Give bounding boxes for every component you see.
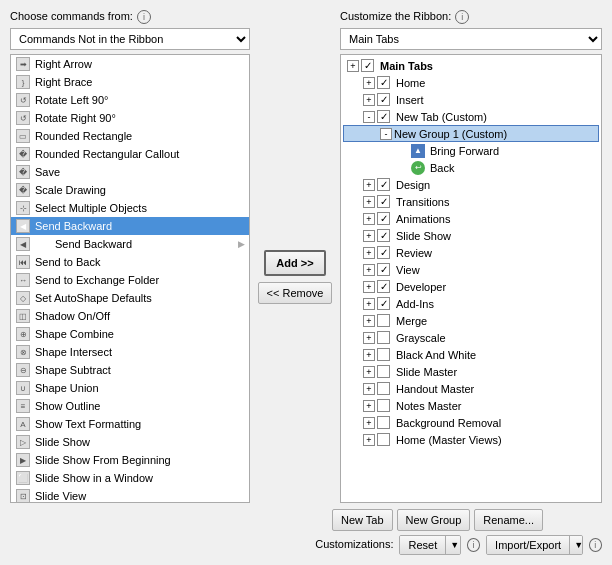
commands-list[interactable]: ➡Right Arrow}Right Brace↺Rotate Left 90°…: [10, 54, 250, 503]
list-item[interactable]: ↺Rotate Right 90°: [11, 109, 249, 127]
import-export-split-button[interactable]: Import/Export ▼: [486, 535, 583, 555]
list-item[interactable]: ↔Send to Exchange Folder: [11, 271, 249, 289]
tree-toggle-icon[interactable]: +: [363, 196, 375, 208]
tree-checkbox[interactable]: [377, 229, 390, 242]
tree-checkbox[interactable]: [377, 246, 390, 259]
list-item[interactable]: ↺Rotate Left 90°: [11, 91, 249, 109]
import-export-button[interactable]: Import/Export: [487, 536, 569, 554]
tree-checkbox[interactable]: [377, 195, 390, 208]
list-item[interactable]: ⊕Shape Combine: [11, 325, 249, 343]
tree-item[interactable]: ▲Bring Forward: [343, 142, 599, 159]
tree-toggle-icon[interactable]: +: [363, 298, 375, 310]
tree-toggle-icon[interactable]: +: [363, 400, 375, 412]
tree-checkbox[interactable]: [361, 59, 374, 72]
tree-toggle-icon[interactable]: +: [347, 60, 359, 72]
list-item[interactable]: ≡Show Outline: [11, 397, 249, 415]
tree-toggle-icon[interactable]: +: [363, 247, 375, 259]
list-item[interactable]: �Save: [11, 163, 249, 181]
reset-info-icon[interactable]: i: [467, 538, 480, 552]
tree-checkbox[interactable]: [377, 280, 390, 293]
new-tab-button[interactable]: New Tab: [332, 509, 393, 531]
ribbon-tree[interactable]: +Main Tabs+Home+Insert-New Tab (Custom)-…: [340, 54, 602, 503]
tree-checkbox[interactable]: [377, 382, 390, 395]
tree-toggle-icon[interactable]: +: [363, 349, 375, 361]
tree-checkbox[interactable]: [377, 314, 390, 327]
reset-button[interactable]: Reset: [400, 536, 445, 554]
tree-item[interactable]: +Handout Master: [343, 380, 599, 397]
tree-toggle-icon[interactable]: +: [363, 366, 375, 378]
tree-item[interactable]: +View: [343, 261, 599, 278]
tree-item[interactable]: +Animations: [343, 210, 599, 227]
left-info-icon[interactable]: i: [137, 10, 151, 24]
tree-checkbox[interactable]: [377, 263, 390, 276]
reset-dropdown-arrow[interactable]: ▼: [445, 536, 461, 554]
tree-item[interactable]: -New Group 1 (Custom): [343, 125, 599, 142]
tree-item[interactable]: ↩Back: [343, 159, 599, 176]
tree-item[interactable]: +Design: [343, 176, 599, 193]
tree-toggle-icon[interactable]: +: [363, 383, 375, 395]
tree-toggle-icon[interactable]: +: [363, 332, 375, 344]
tree-item[interactable]: +Merge: [343, 312, 599, 329]
commands-dropdown[interactable]: Commands Not in the Ribbon: [10, 28, 250, 50]
tree-toggle-icon[interactable]: +: [363, 434, 375, 446]
tree-toggle-icon[interactable]: -: [363, 111, 375, 123]
right-info-icon[interactable]: i: [455, 10, 469, 24]
tree-toggle-icon[interactable]: +: [363, 213, 375, 225]
tree-item[interactable]: +Main Tabs: [343, 57, 599, 74]
tree-toggle-icon[interactable]: +: [363, 230, 375, 242]
tree-item[interactable]: +Add-Ins: [343, 295, 599, 312]
list-item[interactable]: }Right Brace: [11, 73, 249, 91]
tree-item[interactable]: +Slide Show: [343, 227, 599, 244]
tree-toggle-icon[interactable]: +: [363, 417, 375, 429]
tree-toggle-icon[interactable]: +: [363, 179, 375, 191]
tree-item[interactable]: +Transitions: [343, 193, 599, 210]
tree-toggle-icon[interactable]: +: [363, 315, 375, 327]
tree-item[interactable]: +Slide Master: [343, 363, 599, 380]
new-group-button[interactable]: New Group: [397, 509, 471, 531]
tree-item[interactable]: +Developer: [343, 278, 599, 295]
list-item[interactable]: ▭Rounded Rectangle: [11, 127, 249, 145]
tree-item[interactable]: +Background Removal: [343, 414, 599, 431]
list-item[interactable]: ⬜Slide Show in a Window: [11, 469, 249, 487]
reset-split-button[interactable]: Reset ▼: [399, 535, 460, 555]
tree-checkbox[interactable]: [377, 331, 390, 344]
tree-checkbox[interactable]: [377, 93, 390, 106]
tree-item[interactable]: +Review: [343, 244, 599, 261]
tree-toggle-icon[interactable]: +: [363, 94, 375, 106]
tree-checkbox[interactable]: [377, 76, 390, 89]
tree-item[interactable]: +Home: [343, 74, 599, 91]
tree-toggle-icon[interactable]: +: [363, 77, 375, 89]
list-item[interactable]: ◫Shadow On/Off: [11, 307, 249, 325]
tree-item[interactable]: +Notes Master: [343, 397, 599, 414]
tree-checkbox[interactable]: [377, 348, 390, 361]
ribbon-dropdown[interactable]: Main Tabs: [340, 28, 602, 50]
tree-checkbox[interactable]: [377, 297, 390, 310]
add-button[interactable]: Add >>: [264, 250, 325, 276]
list-item[interactable]: �Scale Drawing: [11, 181, 249, 199]
list-item[interactable]: ⊹Select Multiple Objects: [11, 199, 249, 217]
tree-item[interactable]: +Black And White: [343, 346, 599, 363]
tree-toggle-icon[interactable]: -: [380, 128, 392, 140]
remove-button[interactable]: << Remove: [258, 282, 333, 304]
tree-item[interactable]: +Insert: [343, 91, 599, 108]
list-item[interactable]: ◇Set AutoShape Defaults: [11, 289, 249, 307]
list-item[interactable]: ◀Send Backward: [11, 217, 249, 235]
import-export-info-icon[interactable]: i: [589, 538, 602, 552]
list-item[interactable]: ⊡Slide View: [11, 487, 249, 503]
list-item[interactable]: ⊖Shape Subtract: [11, 361, 249, 379]
tree-checkbox[interactable]: [377, 416, 390, 429]
list-item[interactable]: ▷Slide Show: [11, 433, 249, 451]
list-item[interactable]: ▶Slide Show From Beginning: [11, 451, 249, 469]
tree-checkbox[interactable]: [377, 110, 390, 123]
tree-item[interactable]: +Home (Master Views): [343, 431, 599, 448]
tree-toggle-icon[interactable]: +: [363, 281, 375, 293]
tree-toggle-icon[interactable]: +: [363, 264, 375, 276]
import-export-dropdown-arrow[interactable]: ▼: [569, 536, 583, 554]
list-item[interactable]: �Rounded Rectangular Callout: [11, 145, 249, 163]
list-item[interactable]: AShow Text Formatting: [11, 415, 249, 433]
tree-item[interactable]: -New Tab (Custom): [343, 108, 599, 125]
tree-checkbox[interactable]: [377, 399, 390, 412]
tree-checkbox[interactable]: [377, 178, 390, 191]
tree-item[interactable]: +Grayscale: [343, 329, 599, 346]
tree-checkbox[interactable]: [377, 433, 390, 446]
